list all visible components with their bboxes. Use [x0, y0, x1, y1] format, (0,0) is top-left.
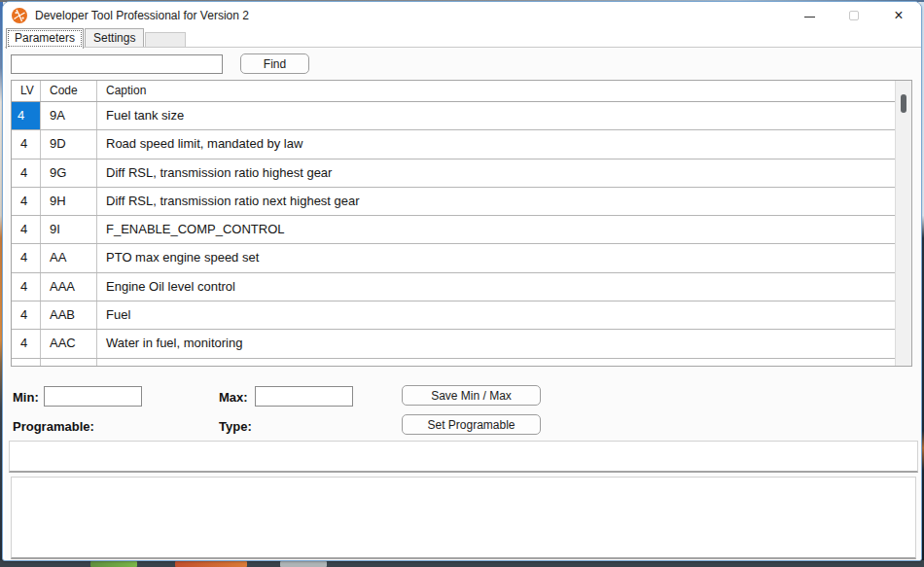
max-label: Max: — [219, 390, 248, 405]
tab-parameters[interactable]: Parameters — [6, 28, 84, 49]
table-header: LV Code Caption — [12, 81, 895, 102]
tab-settings[interactable]: Settings — [85, 28, 144, 48]
table-row[interactable]: 4AACWater in fuel, monitoring — [12, 330, 895, 358]
maximize-button[interactable] — [832, 2, 876, 29]
tab-strip-stub — [145, 32, 186, 48]
search-input[interactable] — [11, 54, 223, 74]
cell-caption[interactable] — [97, 359, 895, 366]
cell-code[interactable]: 9I — [41, 216, 97, 243]
table-row[interactable]: 49GDiff RSL, transmission ratio highest … — [12, 159, 895, 188]
parameter-table-body: 49AFuel tank size49DRoad speed limit, ma… — [12, 102, 895, 366]
column-header-caption[interactable]: Caption — [97, 81, 895, 101]
cell-code[interactable]: 9D — [41, 130, 97, 158]
cell-caption[interactable]: Fuel — [97, 301, 895, 329]
parameters-tab-page: Find LV Code Caption 49AFuel tank size49… — [5, 47, 921, 560]
cell-lv[interactable]: 4 — [12, 244, 41, 271]
cell-lv[interactable]: 4 — [12, 216, 41, 243]
cell-code[interactable]: 9H — [41, 188, 97, 215]
window-controls: × — [787, 2, 921, 29]
column-header-code[interactable]: Code — [41, 81, 97, 101]
scrollbar-thumb[interactable] — [901, 94, 906, 113]
cell-lv[interactable]: 4 — [12, 273, 41, 301]
minimize-icon — [804, 17, 815, 18]
column-header-lv[interactable]: LV — [12, 81, 41, 101]
maximize-icon — [849, 11, 859, 20]
table-row[interactable]: 49IF_ENABLE_COMP_CONTROL — [12, 216, 895, 244]
cell-lv[interactable]: 4 — [12, 330, 41, 357]
programable-label: Programable: — [13, 419, 94, 434]
table-row[interactable]: 49HDiff RSL, transmission ratio next hig… — [12, 188, 895, 216]
window-title: Developer Tool Professional for Version … — [35, 9, 249, 22]
value-panel[interactable] — [11, 477, 916, 559]
description-panel[interactable] — [9, 441, 918, 473]
tab-strip: Parameters Settings — [3, 29, 921, 48]
table-row[interactable]: 4AABFuel — [12, 301, 895, 330]
cell-caption[interactable]: PTO max engine speed set — [97, 244, 895, 271]
min-label: Min: — [13, 390, 39, 405]
table-row[interactable] — [12, 359, 895, 366]
taskbar-icon-fragment-green — [90, 561, 137, 567]
table-row[interactable]: 4AAPTO max engine speed set — [12, 244, 895, 272]
cell-caption[interactable]: Road speed limit, mandated by law — [97, 130, 895, 158]
taskbar-icon-fragment-orange — [175, 561, 247, 567]
cell-code[interactable]: AAA — [41, 273, 97, 301]
table-scrollbar[interactable] — [895, 81, 911, 366]
cell-lv[interactable]: 4 — [12, 301, 41, 329]
cell-lv[interactable]: 4 — [12, 159, 41, 187]
cell-lv[interactable]: 4 — [12, 102, 41, 129]
table-row[interactable]: 4AAAEngine Oil level control — [12, 273, 895, 301]
cell-code[interactable]: AA — [41, 244, 97, 271]
cell-caption[interactable]: Water in fuel, monitoring — [97, 330, 895, 357]
taskbar-icon-fragment-gray — [280, 561, 327, 567]
table-row[interactable]: 49DRoad speed limit, mandated by law — [12, 130, 895, 159]
minimize-button[interactable] — [787, 2, 832, 29]
cell-code[interactable]: 9G — [41, 159, 97, 187]
cell-lv[interactable]: 4 — [12, 188, 41, 215]
parameter-table-grid: LV Code Caption 49AFuel tank size49DRoad… — [12, 81, 895, 366]
close-icon: × — [894, 7, 903, 24]
cell-code[interactable] — [41, 359, 97, 366]
save-min-max-button[interactable]: Save Min / Max — [402, 385, 541, 406]
search-row: Find — [11, 53, 309, 74]
cell-code[interactable]: AAC — [41, 330, 97, 357]
close-button[interactable]: × — [876, 2, 921, 29]
app-window: Developer Tool Professional for Version … — [2, 1, 922, 561]
taskbar-strip — [0, 560, 924, 567]
app-logo-icon — [12, 8, 27, 23]
cell-lv[interactable]: 4 — [12, 130, 41, 158]
cell-lv[interactable] — [12, 359, 41, 366]
cell-caption[interactable]: F_ENABLE_COMP_CONTROL — [97, 216, 895, 243]
title-bar: Developer Tool Professional for Version … — [3, 2, 921, 29]
cell-caption[interactable]: Fuel tank size — [97, 102, 895, 129]
cell-code[interactable]: 9A — [41, 102, 97, 129]
min-input[interactable] — [44, 386, 142, 407]
set-programable-button[interactable]: Set Programable — [402, 414, 541, 435]
max-input[interactable] — [255, 386, 353, 407]
parameter-table: LV Code Caption 49AFuel tank size49DRoad… — [11, 80, 912, 367]
find-button[interactable]: Find — [240, 53, 309, 74]
type-label: Type: — [219, 419, 252, 434]
cell-caption[interactable]: Engine Oil level control — [97, 273, 895, 301]
cell-caption[interactable]: Diff RSL, transmission ratio highest gea… — [97, 159, 895, 187]
cell-code[interactable]: AAB — [41, 301, 97, 329]
table-row[interactable]: 49AFuel tank size — [12, 102, 895, 130]
cell-caption[interactable]: Diff RSL, transmission ratio next highes… — [97, 188, 895, 215]
